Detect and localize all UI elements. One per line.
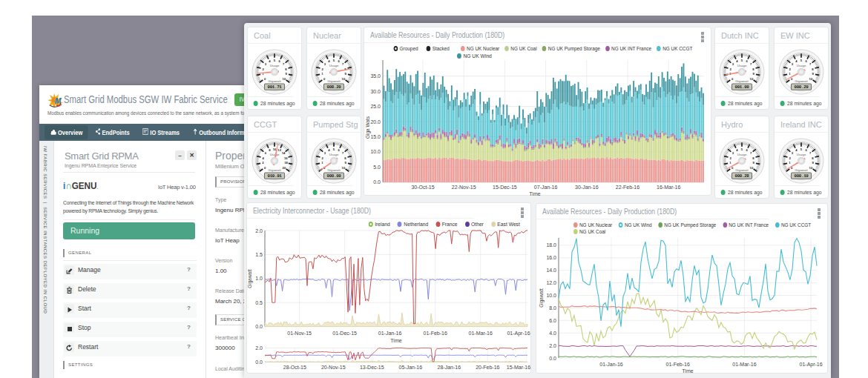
svg-text:Usage: Usage: [329, 153, 339, 156]
svg-text:Time: Time: [390, 338, 401, 343]
svg-text:14.0: 14.0: [546, 268, 556, 273]
svg-text:13-Dec-15: 13-Dec-15: [360, 365, 384, 370]
svg-text:1.5: 1.5: [255, 252, 263, 257]
svg-text:10: 10: [809, 166, 813, 170]
svg-text:2.0: 2.0: [549, 343, 556, 348]
svg-text:12.0: 12.0: [546, 280, 556, 285]
svg-text:Gigawatt: Gigawatt: [327, 79, 341, 83]
svg-text:01-Jan-16: 01-Jan-16: [599, 362, 623, 367]
svg-text:20-Nov-15: 20-Nov-15: [321, 365, 346, 370]
svg-text:30-Oct-15: 30-Oct-15: [411, 185, 434, 190]
svg-text:20.0: 20.0: [370, 119, 381, 125]
svg-text:0.0: 0.0: [255, 324, 263, 329]
svg-text:35.0: 35.0: [370, 73, 381, 79]
svg-text:15-Mar-16: 15-Mar-16: [507, 365, 530, 370]
svg-text:07-Jan-16: 07-Jan-16: [534, 185, 558, 190]
svg-text:Usage: Usage: [797, 153, 806, 156]
svg-text:8.0: 8.0: [549, 305, 556, 311]
svg-text:000.29: 000.29: [794, 84, 809, 90]
svg-text:10: 10: [342, 77, 346, 81]
svg-text:15.0: 15.0: [370, 134, 381, 139]
svg-text:28-Oct-15: 28-Oct-15: [283, 365, 306, 370]
svg-text:Usage: Usage: [270, 64, 280, 67]
svg-text:15-Dec-15: 15-Dec-15: [493, 185, 517, 190]
svg-text:Time: Time: [682, 368, 693, 374]
svg-text:16: 16: [284, 156, 288, 160]
svg-text:001.71: 001.71: [267, 84, 282, 90]
svg-text:01-Mar-16: 01-Mar-16: [732, 362, 756, 367]
svg-text:01-Feb-16: 01-Feb-16: [424, 331, 447, 336]
svg-text:Usage: Usage: [270, 153, 280, 156]
svg-text:10: 10: [342, 166, 346, 170]
svg-text:20: 20: [283, 166, 286, 170]
svg-text:5.0: 5.0: [373, 165, 381, 170]
svg-text:000.19: 000.19: [794, 173, 809, 179]
svg-text:Gigawatt: Gigawatt: [327, 168, 341, 172]
svg-text:0.0: 0.0: [373, 179, 381, 185]
svg-text:16.0: 16.0: [546, 255, 556, 260]
svg-text:01-Dec-15: 01-Dec-15: [332, 331, 357, 336]
svg-text:16-Mar-16: 16-Mar-16: [657, 185, 680, 190]
svg-text:30-Jan-16: 30-Jan-16: [575, 185, 599, 190]
svg-text:10.0: 10.0: [370, 149, 381, 154]
svg-text:10: 10: [283, 77, 286, 81]
svg-text:28-Jan-16: 28-Jan-16: [438, 365, 461, 370]
svg-text:14: 14: [282, 151, 286, 155]
svg-text:18.0: 18.0: [546, 242, 556, 248]
svg-text:6.0: 6.0: [549, 318, 556, 323]
svg-text:Gigawatt: Gigawatt: [268, 168, 281, 172]
svg-text:Usage: Usage: [737, 153, 747, 156]
svg-text:22-Nov-15: 22-Nov-15: [452, 185, 476, 190]
svg-text:05-Jan-16: 05-Jan-16: [399, 365, 423, 370]
svg-text:18: 18: [284, 161, 288, 165]
svg-text:10: 10: [809, 77, 813, 81]
svg-text:Gigawatt: Gigawatt: [795, 168, 808, 172]
svg-text:2.0: 2.0: [255, 345, 263, 351]
svg-text:01-Jan-16: 01-Jan-16: [378, 331, 402, 336]
svg-text:Gigawatt: Gigawatt: [735, 168, 749, 172]
svg-text:01-Apr-16: 01-Apr-16: [507, 331, 530, 336]
svg-text:25.0: 25.0: [370, 104, 381, 109]
svg-text:Gigawatt: Gigawatt: [735, 79, 749, 83]
svg-text:000.28: 000.28: [734, 173, 749, 179]
svg-text:10.0: 10.0: [546, 293, 556, 298]
svg-text:10: 10: [750, 77, 754, 81]
svg-text:01-Feb-16: 01-Feb-16: [666, 362, 690, 367]
svg-text:4.0: 4.0: [549, 331, 556, 336]
svg-text:Usage: Usage: [797, 64, 806, 67]
svg-text:008.20: 008.20: [326, 84, 341, 90]
svg-text:01-Apr-16: 01-Apr-16: [800, 362, 823, 368]
svg-text:Time: Time: [529, 191, 540, 196]
svg-text:010.91: 010.91: [267, 173, 282, 179]
svg-text:Usage: Usage: [737, 64, 747, 67]
svg-text:0.0: 0.0: [255, 359, 263, 365]
svg-text:2.0: 2.0: [255, 228, 263, 233]
svg-text:Usage: Usage: [329, 64, 339, 67]
svg-text:10: 10: [750, 166, 754, 170]
svg-text:1.0: 1.0: [255, 276, 263, 281]
svg-text:Gigawatt: Gigawatt: [539, 288, 545, 308]
svg-text:Gigawatt: Gigawatt: [247, 269, 253, 288]
svg-text:0.0: 0.0: [549, 356, 556, 361]
svg-text:M: M: [55, 97, 62, 105]
svg-text:000.00: 000.00: [326, 173, 341, 179]
svg-text:0.5: 0.5: [255, 300, 263, 305]
svg-text:Giga Wats: Giga Wats: [365, 116, 371, 139]
svg-text:01-Mar-16: 01-Mar-16: [469, 331, 493, 336]
svg-text:Gigawatt: Gigawatt: [268, 79, 281, 83]
svg-text:01-Nov-15: 01-Nov-15: [287, 331, 312, 336]
svg-text:20-Feb-16: 20-Feb-16: [476, 365, 499, 370]
svg-text:22-Feb-16: 22-Feb-16: [616, 185, 640, 190]
svg-text:30.0: 30.0: [370, 89, 381, 94]
svg-text:Gigawatt: Gigawatt: [795, 79, 808, 83]
svg-text:001.00: 001.00: [734, 84, 749, 90]
